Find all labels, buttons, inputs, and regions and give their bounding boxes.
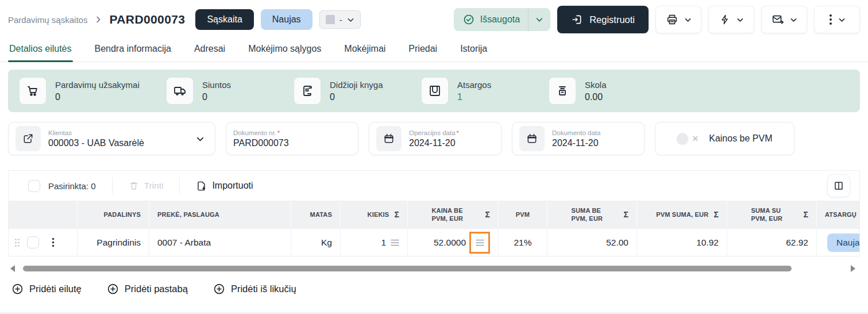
column-settings-button[interactable] [827, 174, 850, 197]
header-kiekis[interactable]: KIEKISΣ [340, 201, 407, 228]
save-status-caret[interactable] [528, 8, 550, 31]
chevron-down-icon[interactable] [192, 135, 208, 143]
tab-istorija[interactable]: Istorija [459, 39, 488, 62]
stat-label: Didžioji knyga [330, 80, 383, 90]
color-select-value: - [340, 15, 342, 25]
calendar-icon[interactable] [376, 126, 402, 151]
add-line-button[interactable]: Pridėti eilutę [11, 283, 82, 295]
more-dropdown-button[interactable] [814, 6, 860, 33]
operacijos-data-field[interactable]: Operacijos data* 2024-11-20 [369, 122, 501, 155]
register-button[interactable]: Registruoti [557, 6, 649, 33]
send-email-dropdown-button[interactable] [761, 6, 807, 33]
klientas-field[interactable]: Klientas 000003 - UAB Vasarėlė [8, 122, 215, 155]
add-note-button[interactable]: Pridėti pastabą [107, 283, 188, 295]
header-matas[interactable]: MATAS [291, 201, 340, 228]
cell-kiekis[interactable]: 1 [340, 229, 407, 256]
header-pvm-suma[interactable]: PVM SUMA, EURΣ [636, 201, 727, 228]
cell-padalinys[interactable]: Pagrindinis [77, 229, 149, 256]
delete-button[interactable]: Trinti [129, 181, 164, 191]
row-menu-icon[interactable] [52, 238, 55, 247]
add-line-label: Pridėti eilutę [29, 284, 82, 294]
stat-atsargos[interactable]: Atsargos 1 [422, 78, 549, 104]
stat-label: Pardavimų užsakymai [55, 80, 140, 90]
add-from-stock-button[interactable]: Pridėti iš likučių [213, 283, 296, 295]
delete-button-label: Trinti [144, 181, 164, 191]
select-all-checkbox[interactable] [28, 180, 40, 192]
drag-handle-icon[interactable] [14, 238, 20, 247]
stat-didzioji-knyga[interactable]: Didžioji knyga 0 [294, 78, 422, 104]
kainos-be-pvm-toggle[interactable]: ✕ [677, 133, 699, 144]
horizontal-scrollbar [8, 265, 860, 273]
header-suma-be-pvm[interactable]: SUMA BE PVM, EURΣ [547, 201, 636, 228]
operacijos-data-value: 2024-11-20 [409, 138, 459, 148]
cell-suma-su-pvm[interactable]: 62.92 [727, 229, 816, 256]
header-pvm[interactable]: PVM [498, 201, 547, 228]
save-status-button[interactable]: Išsaugota [454, 8, 550, 31]
cell-pvm[interactable]: 21% [498, 229, 547, 256]
stat-label: Skola [585, 80, 607, 90]
header-suma-su-pvm[interactable]: SUMA SU PVM, EURΣ [727, 201, 816, 228]
formula-lines-icon[interactable] [476, 239, 484, 246]
tab-bendra-informacija[interactable]: Bendra informacija [94, 39, 172, 62]
lines-table: Pasirinkta: 0 Trinti Importuoti PADALINY… [8, 170, 860, 256]
stat-value: 1 [457, 92, 491, 102]
status-badge[interactable]: Naujas [827, 233, 859, 252]
tab-adresai[interactable]: Adresai [193, 39, 226, 62]
inventory-icon [422, 78, 448, 104]
breadcrumb-parent[interactable]: Pardavimų sąskaitos [8, 15, 87, 25]
tab-mokejimo-salygos[interactable]: Mokėjimo sąlygos [247, 39, 322, 62]
stat-skola[interactable]: Skola 0.00 [549, 78, 677, 104]
formula-lines-icon[interactable] [391, 239, 399, 246]
required-mark: * [277, 129, 280, 136]
chevron-down-icon [347, 16, 354, 24]
cart-icon [20, 78, 46, 104]
import-button[interactable]: Importuoti [196, 181, 253, 192]
divider [179, 177, 180, 194]
dokumento-data-label: Dokumento data [552, 129, 600, 136]
tab-detalios-eilutes[interactable]: Detalios eilutės [8, 39, 73, 62]
header-atsargu[interactable]: ATSARGŲ [816, 201, 859, 228]
tab-priedai[interactable]: Priedai [407, 39, 438, 62]
external-link-icon[interactable] [16, 126, 41, 151]
scrollbar-thumb[interactable] [23, 266, 792, 271]
actions-dropdown-button[interactable] [708, 6, 754, 33]
dokumento-nr-value: PARD000073 [233, 138, 289, 148]
related-documents-bar: Pardavimų užsakymai 0 Siuntos 0 Didžioji… [8, 70, 860, 112]
cell-suma-be-pvm[interactable]: 52.00 [547, 229, 636, 256]
line-actions: Pridėti eilutę Pridėti pastabą Pridėti i… [11, 283, 860, 295]
lightning-icon [719, 14, 731, 25]
sum-icon[interactable]: Σ [485, 210, 490, 220]
row-checkbox[interactable] [27, 236, 39, 248]
ledger-icon [294, 78, 321, 104]
scroll-left-arrow[interactable] [10, 265, 15, 272]
sum-icon[interactable]: Σ [394, 210, 399, 220]
header-controls [9, 201, 77, 228]
status-chip: Naujas [261, 9, 313, 30]
print-dropdown-button[interactable] [655, 6, 701, 33]
dokumento-data-field[interactable]: Dokumento data 2024-11-20 [512, 122, 645, 155]
cell-kaina-be-pvm[interactable]: 52.0000 [407, 229, 498, 256]
cell-preke-paslauga[interactable]: 0007 - Arbata [149, 229, 291, 256]
tab-mokejimai[interactable]: Mokėjimai [343, 39, 387, 62]
cell-matas[interactable]: Kg [291, 229, 340, 256]
doc-type-chip: Sąskaita [195, 9, 253, 30]
table-toolbar: Pasirinkta: 0 Trinti Importuoti [9, 171, 859, 201]
stat-pardavimu-uzsakymai[interactable]: Pardavimų užsakymai 0 [20, 78, 167, 104]
color-select[interactable]: - [319, 10, 361, 29]
plus-circle-icon [11, 283, 24, 295]
stat-value: 0 [55, 92, 140, 102]
sum-icon[interactable]: Σ [803, 210, 808, 220]
header-kaina-be-pvm[interactable]: KAINA BE PVM, EURΣ [407, 201, 498, 228]
sum-icon[interactable]: Σ [623, 210, 628, 220]
dokumento-nr-field[interactable]: Dokumento nr.* PARD000073 [226, 122, 358, 155]
header-preke-paslauga[interactable]: PREKĖ, PASLAUGA [149, 201, 291, 228]
kebab-menu-icon [829, 14, 832, 25]
header-padalinys[interactable]: PADALINYS [77, 201, 149, 228]
calendar-icon[interactable] [519, 126, 545, 151]
required-mark: * [457, 129, 459, 136]
stat-siuntos[interactable]: Siuntos 0 [167, 78, 294, 104]
selected-count-label: Pasirinkta: 0 [48, 181, 96, 191]
cell-pvm-suma[interactable]: 10.92 [636, 229, 727, 256]
scroll-right-arrow[interactable] [851, 265, 855, 272]
sum-icon[interactable]: Σ [713, 210, 719, 220]
